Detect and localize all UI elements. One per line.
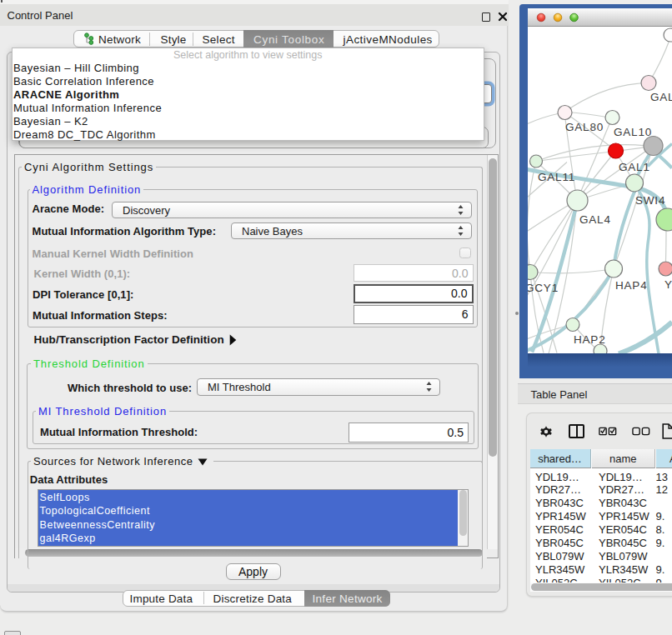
svg-text:GAL11: GAL11 — [538, 170, 575, 182]
svg-text:GAL80: GAL80 — [565, 120, 604, 132]
svg-text:GCY1: GCY1 — [528, 281, 559, 293]
svg-text:Y: Y — [664, 278, 672, 290]
svg-text:SWI4: SWI4 — [635, 193, 665, 206]
svg-text:HAP4: HAP4 — [615, 278, 647, 291]
svg-text:GAL7: GAL7 — [650, 90, 672, 102]
svg-text:HAP2: HAP2 — [574, 332, 605, 345]
svg-text:GAL1: GAL1 — [619, 160, 650, 172]
svg-text:GAL4: GAL4 — [579, 212, 611, 225]
svg-text:GAL10: GAL10 — [614, 125, 652, 138]
